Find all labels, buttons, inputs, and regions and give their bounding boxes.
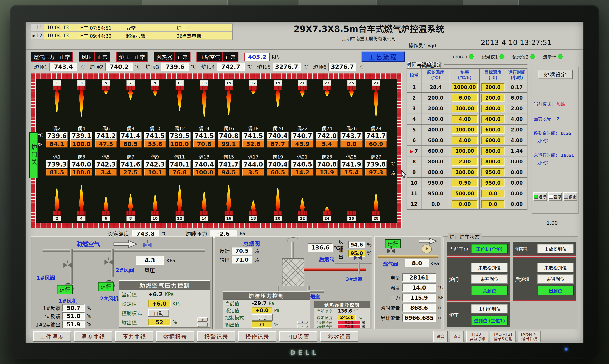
device-indicator: 记录仪2 bbox=[512, 53, 535, 60]
schedule-setpoint-value[interactable]: 600.0 bbox=[481, 136, 504, 144]
schedule-setpoint-value[interactable]: 200.0 bbox=[481, 83, 504, 91]
top-burner-row: 13579111315171921232527 bbox=[36, 80, 397, 119]
schedule-setpoint-value[interactable]: 500.00 bbox=[452, 190, 478, 197]
schedule-setpoint-value[interactable]: 6.00 bbox=[452, 94, 478, 102]
nav-button[interactable]: PID设置 bbox=[279, 331, 317, 342]
schedule-setpoint-value[interactable]: 4.00 bbox=[452, 136, 478, 144]
burner-nozzle-icon bbox=[298, 211, 307, 216]
status-badge-name: 风压 bbox=[79, 52, 94, 61]
thermocouple-temp-value: 741.9 bbox=[341, 160, 362, 168]
schedule-setpoint-value[interactable]: 100.00 bbox=[452, 147, 478, 155]
system-button[interactable]: [Alt+F4] 退出系统 bbox=[518, 331, 541, 342]
thermocouple: 偶25741.915.4 bbox=[339, 153, 364, 176]
schedule-row: 11950.0500.000.00.00 bbox=[407, 188, 527, 199]
thermocouple-output-value: 97.3 bbox=[365, 169, 387, 176]
schedule-setpoint-value[interactable]: 4.00 bbox=[452, 115, 478, 123]
system-button[interactable]: 试音 bbox=[433, 331, 448, 342]
schedule-setpoint-value[interactable]: 100.00 bbox=[452, 169, 478, 176]
thermocouple-label: 偶5 bbox=[102, 153, 110, 160]
thermocouple-output-value: 5.4 bbox=[316, 140, 338, 147]
mode-toggle-button[interactable]: 手动 bbox=[252, 314, 273, 321]
schedule-setpoint-value[interactable]: 950.0 bbox=[481, 169, 504, 176]
thermocouple: 偶12739.5100.0 bbox=[167, 125, 192, 147]
power-led bbox=[565, 348, 568, 351]
stop-button[interactable]: 停止 bbox=[563, 193, 577, 201]
segment-number: 9 bbox=[412, 169, 416, 175]
station-label: 当前工位 bbox=[449, 244, 470, 254]
pause-button[interactable]: 暂停 bbox=[548, 193, 562, 201]
schedule-setpoint-value[interactable]: 0.0 bbox=[481, 200, 504, 208]
schedule-setpoint-value[interactable]: 100.00 bbox=[452, 104, 478, 112]
nav-button[interactable]: 操作记录 bbox=[238, 331, 276, 342]
system-button[interactable]: 消音 bbox=[450, 331, 464, 342]
nav-button[interactable]: 温度曲线 bbox=[74, 331, 112, 342]
schedule-setpoint-value[interactable]: 950.0 bbox=[481, 179, 504, 187]
burner-nozzle-icon bbox=[102, 86, 110, 90]
schedule-setpoint-value[interactable]: 0.00 bbox=[452, 200, 478, 208]
thermocouple-output-value: 94.5 bbox=[218, 169, 240, 176]
schedule-setpoint-value[interactable]: 200.0 bbox=[481, 94, 504, 102]
schedule-cell: 1 bbox=[407, 82, 421, 92]
run-indicator-icon bbox=[534, 195, 538, 199]
output-value[interactable]: 71 bbox=[252, 321, 272, 328]
burner-number: 8 bbox=[126, 216, 135, 221]
schedule-setpoint-value[interactable]: 400.0 bbox=[481, 104, 504, 112]
door-state-indicator: 未进到位 bbox=[537, 274, 574, 284]
system-button[interactable]: [ALT+F2] 登录&注销 bbox=[490, 331, 516, 342]
status-badge-state: 正常 bbox=[57, 52, 72, 61]
system-button[interactable]: [F10] 屏幕打印 bbox=[466, 331, 488, 342]
schedule-setpoint-value[interactable]: 400.0 bbox=[481, 115, 504, 123]
schedule-setpoint-value[interactable]: 0.0 bbox=[481, 190, 504, 197]
status-badge-state: 正常 bbox=[175, 52, 190, 61]
schedule-cell: 800.0 bbox=[479, 146, 506, 156]
decrement-button[interactable]: - bbox=[297, 325, 308, 328]
schedule-cell: 9 bbox=[407, 167, 421, 178]
run-button[interactable]: 运行 bbox=[533, 193, 547, 201]
flow-arrow-icon bbox=[113, 240, 138, 248]
feedback-1-label: 1#反馈 bbox=[34, 304, 60, 312]
alarm-row[interactable]: ▶1210-04-13上午 09:44:32超温报警26#热电偶 bbox=[31, 32, 232, 39]
decrement-button[interactable]: - bbox=[198, 323, 208, 327]
schedule-setpoint-value[interactable]: 2.00 bbox=[452, 158, 478, 166]
schedule-setpoint-value[interactable]: 800.0 bbox=[481, 147, 504, 155]
increment-button[interactable]: + bbox=[297, 321, 308, 324]
nav-button[interactable]: 工件温度 bbox=[33, 331, 71, 342]
thermocouple-label: 偶20 bbox=[273, 125, 283, 131]
alarm-row[interactable]: 1110-04-13上午 07:54:51异常炉压 bbox=[31, 24, 232, 32]
roof-temp-label: 炉顶6 bbox=[313, 63, 327, 70]
roof-temp-unit: ℃ bbox=[79, 64, 85, 70]
burner: 19 bbox=[265, 80, 290, 119]
thermocouple-temp-value: 742.3 bbox=[144, 160, 166, 168]
schedule-setpoint-value[interactable]: 800.0 bbox=[481, 158, 504, 166]
schedule-setpoint-value[interactable]: 100.00 bbox=[452, 126, 478, 134]
nav-button[interactable]: 数据报表 bbox=[156, 331, 194, 342]
current-temp-unit: ℃ bbox=[354, 309, 358, 313]
schedule-setpoint-value[interactable]: 1000.00 bbox=[452, 83, 478, 91]
output-value[interactable]: 52 bbox=[148, 319, 171, 326]
nav-button[interactable]: 报警记录 bbox=[197, 331, 235, 342]
gas-valve-label: 燃气阀 bbox=[383, 260, 398, 267]
roof-temp-row: 炉顶1743.4℃炉顶2740.2℃炉顶3739.6℃炉顶4742.7℃炉顶53… bbox=[34, 63, 364, 71]
nav-button[interactable]: 参数设置 bbox=[320, 331, 358, 342]
schedule-cell: 1000.00 bbox=[450, 82, 479, 92]
station-states: 工位1 (全炉) bbox=[471, 244, 508, 254]
schedule-setpoint-value[interactable]: 0.50 bbox=[452, 179, 478, 187]
setpoint-value[interactable]: +0.0 bbox=[252, 307, 272, 313]
alarm-date: 10-04-13 bbox=[44, 24, 76, 31]
schedule-setpoint-value[interactable]: 600.0 bbox=[481, 126, 504, 134]
cold-valve-1-state: 已关闭 bbox=[338, 321, 360, 324]
duct3-pipe bbox=[358, 262, 360, 274]
schedule-cell: 6 bbox=[407, 135, 421, 146]
mode-toggle-button[interactable]: 自动 bbox=[148, 309, 169, 317]
compressed-air-pressure: 403.2 KPa bbox=[244, 52, 281, 61]
aux-value: 1.00 bbox=[546, 220, 558, 226]
process-flow-button[interactable]: 工艺流程 bbox=[361, 52, 405, 62]
thermocouple-label: 偶11 bbox=[174, 153, 185, 160]
increment-button[interactable]: + bbox=[198, 317, 208, 322]
header-line1: 斜率 bbox=[450, 70, 479, 75]
nav-button[interactable]: 压力曲线 bbox=[115, 331, 153, 342]
setpoint-value[interactable]: +6.0 bbox=[148, 300, 171, 307]
set-temp-value[interactable]: 245.0 bbox=[338, 315, 356, 320]
burner-number: 20 bbox=[274, 216, 282, 221]
burner-settings-button[interactable]: 烧嘴设定 bbox=[538, 70, 573, 79]
